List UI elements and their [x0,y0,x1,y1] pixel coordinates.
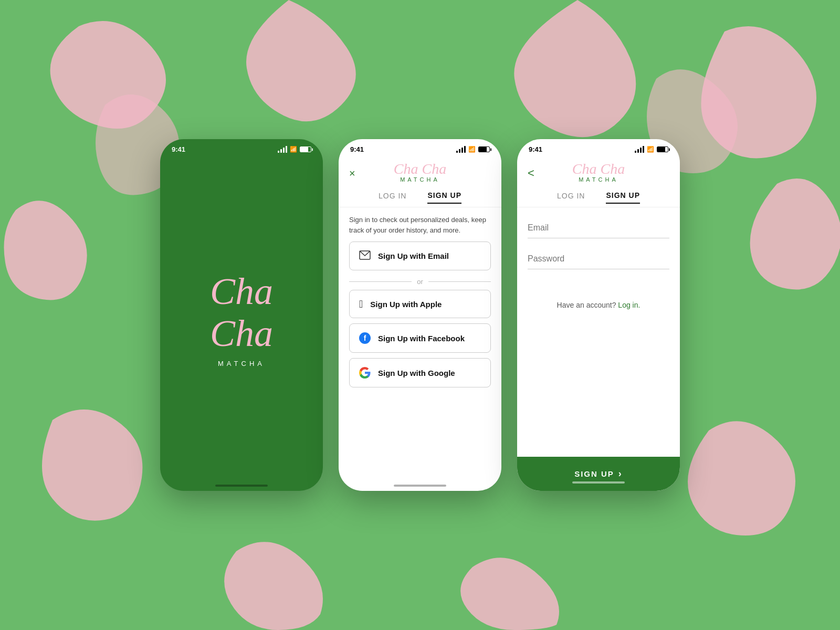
password-input[interactable] [528,249,669,269]
facebook-icon: f [359,332,371,344]
signup-header-2: × Cha Cha MATCHA [339,156,501,186]
close-button[interactable]: × [349,168,355,178]
splash-content: Cha Cha MATCHA [160,156,323,482]
signal-icon-3 [635,146,644,153]
home-indicator-3 [572,481,625,484]
tabs-2: LOG IN SIGN UP [339,186,501,207]
battery-icon-2 [478,146,490,152]
submit-arrow-icon: › [618,468,623,479]
status-bar-1: 9:41 📶 [160,139,323,156]
or-label: or [417,278,423,286]
back-button[interactable]: < [528,167,534,179]
tab-login-2[interactable]: LOG IN [379,191,406,204]
wifi-icon-2: 📶 [468,146,476,153]
status-icons-2: 📶 [456,146,490,153]
home-indicator-1 [215,485,268,487]
wifi-icon-1: 📶 [290,146,297,153]
status-bar-3: 9:41 📶 [517,139,680,156]
phone-signup-options: 9:41 📶 × Cha Cha [339,139,501,491]
or-line-right [428,281,491,282]
status-bar-2: 9:41 📶 [339,139,501,156]
email-icon [359,250,371,261]
signal-icon-2 [456,146,466,153]
home-indicator-2 [394,485,446,487]
brand-sub-3: MATCHA [572,176,625,186]
time-1: 9:41 [172,145,185,153]
or-divider: or [339,276,501,290]
time-3: 9:41 [529,145,542,153]
splash-logo: Cha Cha [210,271,273,354]
wifi-icon-3: 📶 [647,146,654,153]
have-account-section: Have an account? Log in. [517,285,680,325]
status-icons-1: 📶 [278,146,311,153]
phone-email-form: 9:41 📶 < Cha Cha [517,139,680,491]
signup-apple-button[interactable]:  Sign Up with Apple [349,290,491,318]
submit-signup-button[interactable]: SIGN UP › [517,457,680,491]
phone-splash: 9:41 📶 Cha Cha [160,139,323,491]
battery-icon-1 [300,146,311,152]
form-fields [517,207,680,285]
time-2: 9:41 [350,145,364,153]
or-line-left [349,281,412,282]
signup-description: Sign in to check out personalized deals,… [339,207,501,242]
have-account-text: Have an account? [557,301,616,309]
login-link[interactable]: Log in. [618,301,640,309]
tabs-3: LOG IN SIGN UP [517,186,680,207]
signup-header-3: < Cha Cha MATCHA [517,156,680,186]
google-icon [359,367,371,379]
battery-icon-3 [657,146,668,152]
email-input[interactable] [528,218,669,238]
splash-matcha: MATCHA [218,360,265,368]
brand-name-2: Cha Cha [394,161,446,177]
signup-facebook-button[interactable]: f Sign Up with Facebook [349,323,491,353]
tab-signup-3[interactable]: SIGN UP [606,191,640,204]
signup-email-button[interactable]: Sign Up with Email [349,242,491,270]
apple-icon:  [359,299,363,309]
signup-google-button[interactable]: Sign Up with Google [349,358,491,387]
tab-login-3[interactable]: LOG IN [557,191,585,204]
signal-icon-1 [278,146,287,153]
status-icons-3: 📶 [635,146,668,153]
tab-signup-2[interactable]: SIGN UP [427,191,461,204]
brand-sub-2: MATCHA [394,176,446,186]
brand-name-3: Cha Cha [572,161,625,177]
